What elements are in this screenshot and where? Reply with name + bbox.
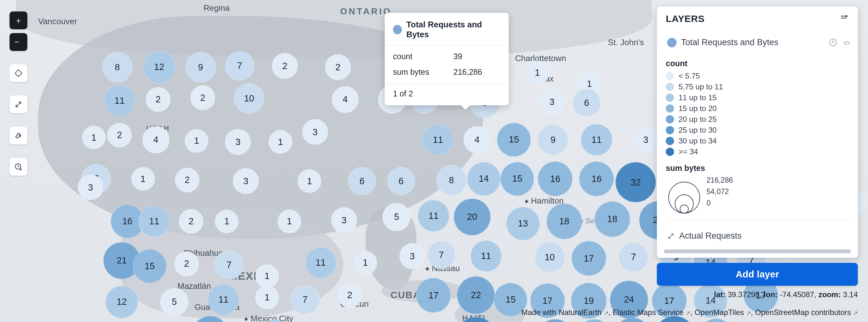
cluster-marker[interactable]: 2 [179, 209, 203, 234]
cluster-marker[interactable]: 3 [331, 207, 357, 233]
legend-row: 15 up to 20 [666, 103, 851, 114]
cluster-marker[interactable]: 9 [185, 52, 216, 82]
cluster-marker[interactable]: 1 [185, 129, 209, 153]
collapse-panel-button[interactable] [839, 13, 849, 24]
cluster-marker[interactable]: 11 [581, 124, 612, 155]
cluster-marker[interactable]: 30 [455, 317, 497, 322]
cluster-marker[interactable]: 23 [613, 318, 651, 322]
add-layer-button[interactable]: Add layer [657, 263, 858, 286]
cluster-marker[interactable]: 17 [571, 241, 606, 275]
cluster-marker[interactable]: 11 [138, 206, 170, 237]
cluster-marker[interactable]: 20 [537, 319, 574, 322]
cluster-marker[interactable]: 15 [500, 162, 534, 196]
cluster-marker[interactable]: 1 [82, 126, 105, 149]
cluster-marker[interactable]: 16 [579, 162, 614, 196]
cluster-marker[interactable]: 11 [104, 85, 135, 116]
cluster-marker[interactable]: 6 [348, 167, 376, 195]
cluster-marker[interactable]: 5 [383, 203, 411, 231]
layer-item-total-requests[interactable]: Total Requests and Bytes 🕘 ▭ [666, 32, 851, 53]
cluster-marker[interactable]: 3 [302, 119, 328, 145]
legend-row: 20 up to 25 [666, 114, 851, 125]
cluster-marker[interactable]: 1 [255, 264, 279, 288]
sumbytes-max: 216,286 [707, 176, 733, 184]
cluster-marker[interactable]: 1 [526, 61, 549, 85]
cluster-marker[interactable]: 22 [457, 276, 495, 314]
cluster-marker[interactable]: 15 [133, 250, 166, 283]
cluster-marker[interactable]: 32 [616, 162, 656, 203]
cluster-marker[interactable]: 9 [538, 125, 568, 155]
cluster-marker[interactable]: 16 [577, 319, 612, 322]
cluster-marker[interactable]: 18 [546, 204, 582, 239]
cluster-marker[interactable]: 15 [497, 123, 531, 156]
layer-name: Actual Requests [679, 231, 742, 241]
cluster-marker[interactable]: 2 [175, 168, 199, 192]
cluster-marker[interactable]: 7 [225, 52, 254, 81]
cluster-marker[interactable]: 3 [539, 89, 565, 115]
cluster-marker[interactable]: 3 [78, 174, 103, 200]
cluster-marker[interactable]: 7 [619, 243, 648, 272]
cluster-marker[interactable]: 11 [470, 240, 501, 272]
cluster-marker[interactable]: 1 [255, 286, 279, 309]
cluster-marker[interactable]: 2 [272, 53, 298, 79]
cluster-marker[interactable]: 2 [190, 86, 215, 110]
cluster-marker[interactable]: 17 [416, 278, 451, 313]
cluster-marker[interactable]: 3 [399, 243, 425, 269]
cluster-marker[interactable]: 4 [143, 126, 169, 153]
cluster-marker[interactable]: 1 [215, 210, 239, 233]
cluster-marker[interactable]: 3 [233, 168, 259, 194]
cluster-marker[interactable]: 10 [534, 242, 565, 272]
cluster-marker[interactable]: 1 [298, 169, 321, 193]
cluster-marker[interactable]: 11 [208, 284, 239, 315]
cluster-marker[interactable]: 7 [290, 285, 319, 314]
cluster-marker[interactable]: 5 [160, 288, 188, 316]
cluster-marker[interactable]: 12 [105, 286, 138, 318]
cluster-marker[interactable]: 1 [278, 210, 301, 233]
cluster-marker[interactable]: 14 [467, 162, 500, 196]
cluster-marker[interactable]: 2 [174, 252, 199, 276]
cluster-marker[interactable]: 11 [305, 247, 336, 279]
cluster-marker[interactable]: 21 [192, 316, 228, 322]
cluster-marker[interactable]: 2 [325, 54, 351, 80]
layer-item-actual-requests[interactable]: Actual Requests [666, 228, 851, 247]
tools-button[interactable] [9, 127, 27, 144]
cluster-marker[interactable]: 11 [418, 200, 449, 231]
cluster-marker[interactable]: 2 [146, 87, 170, 112]
cluster-marker[interactable]: 1 [269, 130, 292, 154]
cluster-marker[interactable]: 3 [225, 129, 251, 155]
attribution-link[interactable]: Elastic Maps Service [613, 308, 685, 317]
cluster-marker[interactable]: 10 [234, 83, 264, 114]
cluster-marker[interactable]: 8 [436, 165, 466, 195]
legend-swatch [666, 137, 674, 145]
cluster-marker[interactable]: 1 [353, 251, 377, 274]
cluster-marker[interactable]: 7 [215, 251, 244, 280]
timeslider-button[interactable] [9, 158, 27, 176]
cluster-marker[interactable]: 6 [572, 89, 600, 117]
zoom-out-button[interactable]: − [9, 33, 27, 51]
attribution-link[interactable]: OpenStreetMap contributors [755, 308, 853, 317]
cluster-marker[interactable]: 3 [633, 127, 659, 153]
cluster-marker[interactable]: 4 [464, 126, 490, 153]
zoom-in-button[interactable]: ＋ [9, 11, 27, 29]
cluster-marker[interactable]: 12 [143, 51, 176, 83]
tooltip-pager[interactable]: 1 of 2 [385, 83, 509, 105]
cluster-marker[interactable]: 6 [387, 167, 415, 195]
expand-button[interactable] [9, 95, 27, 113]
cluster-marker[interactable]: 13 [506, 207, 539, 240]
cluster-marker[interactable]: 11 [422, 124, 454, 155]
cluster-marker[interactable]: 16 [538, 162, 572, 196]
cluster-marker[interactable]: 2 [107, 123, 132, 148]
cluster-marker[interactable]: 1 [131, 167, 155, 191]
attribution-link[interactable]: NaturalEarth [559, 308, 603, 317]
cluster-marker[interactable]: 7 [427, 241, 455, 269]
fit-bounds-button[interactable] [9, 64, 27, 82]
cluster-marker[interactable]: 11 [259, 320, 290, 322]
cluster-marker[interactable]: 18 [594, 201, 630, 237]
cluster-marker[interactable]: 4 [332, 86, 359, 113]
attribution-link[interactable]: OpenMapTiles [695, 308, 746, 317]
external-link-icon: ↗ [685, 310, 690, 316]
cluster-marker[interactable]: 2 [337, 283, 362, 308]
horizontal-scrollbar[interactable] [664, 250, 851, 253]
cluster-marker[interactable]: 20 [454, 199, 491, 235]
cluster-marker[interactable]: 8 [102, 52, 132, 82]
cluster-marker[interactable]: 15 [700, 319, 733, 322]
